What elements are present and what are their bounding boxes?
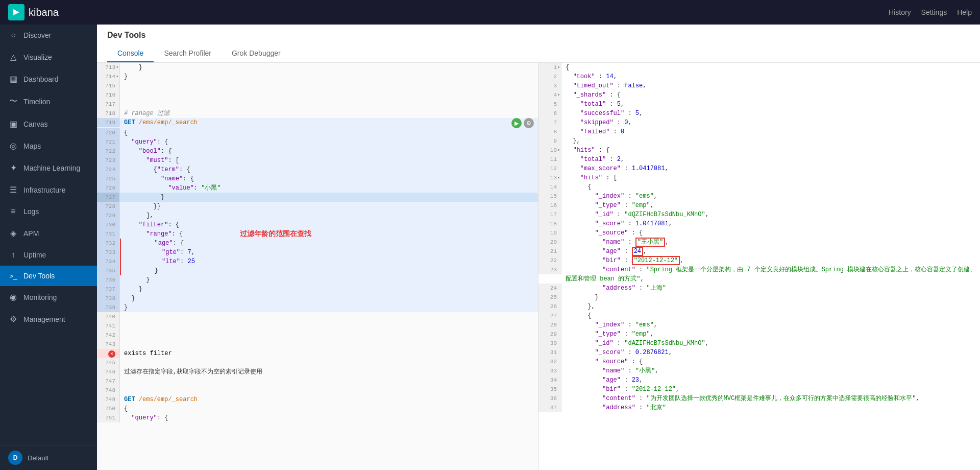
right-line-33: 33 "name" : "小黑",	[538, 366, 980, 375]
right-line-content-16: "_type" : "emp",	[561, 201, 980, 210]
settings-button-719[interactable]: ⚙	[524, 118, 534, 128]
left-code-scroll[interactable]: 713▾ } 714▾ } 715 716	[97, 63, 538, 470]
line-num-715: 715	[97, 81, 120, 90]
right-line-num-24: 24	[538, 284, 561, 293]
sidebar-item-visualize[interactable]: △ Visualize	[0, 46, 97, 68]
right-line-8: 8 "failed" : 0	[538, 127, 980, 136]
line-num-728: 728	[97, 202, 120, 211]
sidebar-label-monitoring: Monitoring	[23, 293, 57, 301]
line-num-713: 713▾	[97, 63, 120, 72]
line-content-713: }	[120, 63, 538, 72]
code-line-732: 732 "age": {	[97, 239, 538, 248]
sidebar-item-dev-tools[interactable]: >_ Dev Tools	[0, 266, 97, 286]
right-line-28: 28 "_index" : "ems",	[538, 320, 980, 330]
line-content-718: # ranage 过滤	[120, 109, 538, 118]
apm-icon: ◈	[8, 228, 18, 238]
machine-learning-icon: ✦	[8, 163, 18, 173]
line-num-725: 725	[97, 174, 120, 183]
line-content-714: }	[120, 72, 538, 81]
right-line-num-29: 29	[538, 330, 561, 339]
right-line-num-6: 6	[538, 109, 561, 118]
right-line-content-32: "_source" : {	[561, 357, 980, 366]
code-line-728: 728 }}	[97, 202, 538, 211]
dev-tools-icon: >_	[8, 272, 18, 280]
right-line-content-2: "took" : 14,	[561, 72, 980, 81]
management-icon: ⚙	[8, 314, 18, 324]
line-num-740: 740	[97, 312, 120, 321]
line-content-723: "must": [	[120, 156, 538, 165]
sidebar-label-canvas: Canvas	[23, 120, 47, 128]
line-content-721: "query": {	[120, 137, 538, 147]
user-name: Default	[28, 454, 48, 462]
tab-console[interactable]: Console	[107, 45, 154, 62]
kibana-logo[interactable]: kibana	[8, 4, 59, 20]
line-num-744: ✕	[97, 349, 120, 358]
sidebar-item-discover[interactable]: ○ Discover	[0, 25, 97, 46]
kibana-wordmark: kibana	[29, 7, 59, 18]
settings-link[interactable]: Settings	[921, 8, 947, 16]
right-line-num-15: 15	[538, 192, 561, 201]
sidebar-item-timelion[interactable]: 〜 Timelion	[0, 90, 97, 113]
line-num-750: 750	[97, 404, 120, 413]
monitoring-icon: ◉	[8, 292, 18, 302]
sidebar-item-apm[interactable]: ◈ APM	[0, 222, 97, 244]
line-num-748: 748	[97, 386, 120, 395]
sidebar-item-management[interactable]: ⚙ Management	[0, 308, 97, 330]
code-line-714: 714▾ }	[97, 72, 538, 81]
sidebar-label-apm: APM	[23, 229, 39, 238]
tab-search-profiler[interactable]: Search Profiler	[154, 45, 222, 62]
sidebar-label-dashboard: Dashboard	[23, 75, 59, 83]
sidebar-item-logs[interactable]: ≡ Logs	[0, 201, 97, 222]
right-line-content-7: "skipped" : 0,	[561, 118, 980, 127]
sidebar-item-maps[interactable]: ◎ Maps	[0, 135, 97, 157]
sidebar-item-machine-learning[interactable]: ✦ Machine Learning	[0, 157, 97, 179]
line-content-733: "gte": 7,	[120, 248, 538, 257]
sidebar-item-dashboard[interactable]: ▦ Dashboard	[0, 68, 97, 90]
line-num-719: 719	[97, 118, 120, 127]
line-num-737: 737	[97, 285, 120, 294]
right-line-content-11: "total" : 2,	[561, 155, 980, 164]
code-line-749: 749 GET /ems/emp/_search	[97, 395, 538, 404]
code-line-751: 751 "query": {	[97, 413, 538, 422]
sidebar-label-discover: Discover	[23, 31, 51, 39]
code-line-720: 720 {	[97, 128, 538, 137]
visualize-icon: △	[8, 52, 18, 62]
code-line-738: 738 }	[97, 294, 538, 303]
right-line-num-2: 2	[538, 72, 561, 81]
line-num-720: 720	[97, 128, 120, 137]
line-num-729: 729	[97, 211, 120, 220]
right-line-num-34: 34	[538, 375, 561, 385]
sidebar-user[interactable]: D Default	[0, 445, 97, 470]
right-line-content-24: "address" : "上海"	[561, 284, 980, 293]
right-line-num-8: 8	[538, 127, 561, 136]
help-link[interactable]: Help	[957, 8, 972, 16]
tab-grok-debugger[interactable]: Grok Debugger	[222, 45, 291, 62]
right-line-num-22: 22	[538, 256, 561, 265]
right-line-18: 18 "_score" : 1.0417081,	[538, 219, 980, 228]
right-code-scroll[interactable]: 1▾ { 2 "took" : 14, 3 "timed_out" : fals…	[538, 63, 980, 470]
sidebar-item-infrastructure[interactable]: ☰ Infrastructure	[0, 179, 97, 201]
history-link[interactable]: History	[889, 8, 911, 16]
right-panel: 1▾ { 2 "took" : 14, 3 "timed_out" : fals…	[538, 63, 980, 470]
code-line-717: 717	[97, 100, 538, 109]
main-layout: ○ Discover △ Visualize ▦ Dashboard 〜 Tim…	[0, 25, 980, 470]
right-line-16: 16 "_type" : "emp",	[538, 201, 980, 210]
error-icon-744: ✕	[108, 350, 115, 358]
right-line-content-3: "timed_out" : false,	[561, 81, 980, 90]
right-line-num-7: 7	[538, 118, 561, 127]
right-line-1: 1▾ {	[538, 63, 980, 72]
code-line-743: 743	[97, 340, 538, 349]
right-line-num-31: 31	[538, 348, 561, 357]
sidebar-label-visualize: Visualize	[23, 53, 52, 61]
sidebar-item-uptime[interactable]: ↑ Uptime	[0, 244, 97, 266]
code-line-740: 740	[97, 312, 538, 321]
right-line-num-1: 1▾	[538, 63, 561, 72]
run-button-719[interactable]: ▶	[511, 118, 522, 128]
line-content-725: "name": {	[120, 174, 538, 183]
right-line-27: 27 {	[538, 311, 980, 320]
logs-icon: ≡	[8, 207, 18, 216]
line-num-734: 734	[97, 257, 120, 266]
sidebar-item-canvas[interactable]: ▣ Canvas	[0, 113, 97, 135]
sidebar-item-monitoring[interactable]: ◉ Monitoring	[0, 286, 97, 308]
right-line-content-22: "bir" : "2012-12-12",	[561, 256, 980, 265]
